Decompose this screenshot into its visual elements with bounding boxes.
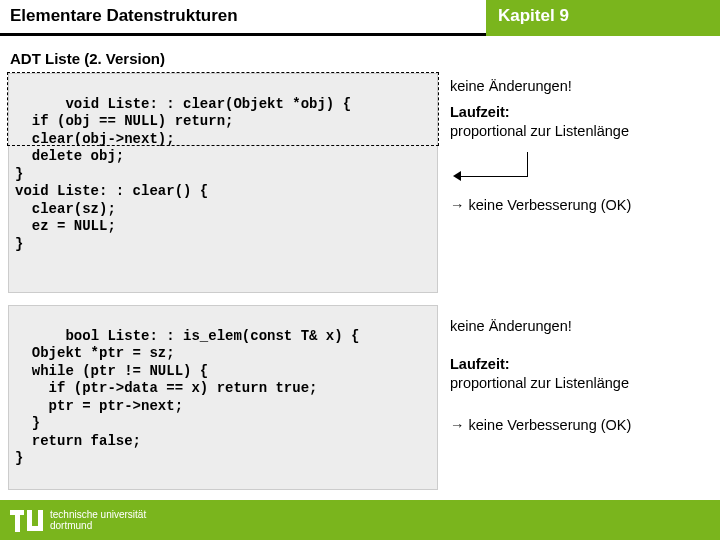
code-text: void Liste: : clear(Objekt *obj) { if (o… [15, 96, 351, 252]
subtitle: ADT Liste (2. Version) [10, 50, 712, 67]
tu-logo: technische universität dortmund [10, 506, 146, 534]
runtime-label: Laufzeit: [450, 104, 510, 120]
runtime-note: Laufzeit: proportional zur Listenlänge [450, 103, 712, 142]
code-block-iselem: bool Liste: : is_elem(const T& x) { Obje… [8, 305, 438, 490]
no-change-note: keine Änderungen! [450, 317, 712, 337]
no-change-note: keine Änderungen! [450, 77, 712, 97]
slide-footer: technische universität dortmund [0, 500, 720, 540]
uni-line2: dortmund [50, 520, 146, 531]
tu-logo-icon [10, 506, 44, 534]
annotation-1: keine Änderungen! Laufzeit: proportional… [450, 73, 712, 293]
runtime-text: proportional zur Listenlänge [450, 123, 629, 139]
runtime-note: Laufzeit: proportional zur Listenlänge [450, 355, 712, 394]
runtime-label: Laufzeit: [450, 356, 510, 372]
code-text: bool Liste: : is_elem(const T& x) { Obje… [15, 328, 359, 467]
tu-logo-text: technische universität dortmund [50, 509, 146, 531]
block-2: bool Liste: : is_elem(const T& x) { Obje… [8, 305, 712, 490]
runtime-text: proportional zur Listenlänge [450, 375, 629, 391]
conclusion: → keine Verbesserung (OK) [450, 196, 712, 216]
slide-content: ADT Liste (2. Version) void Liste: : cle… [0, 36, 720, 490]
header-chapter: Kapitel 9 [486, 0, 720, 36]
code-block-clear: void Liste: : clear(Objekt *obj) { if (o… [8, 73, 438, 293]
slide-header: Elementare Datenstrukturen Kapitel 9 [0, 0, 720, 36]
annotation-2: keine Änderungen! Laufzeit: proportional… [450, 305, 712, 490]
conclusion: → keine Verbesserung (OK) [450, 416, 712, 436]
arrow-icon [450, 148, 712, 188]
block-1: void Liste: : clear(Objekt *obj) { if (o… [8, 73, 712, 293]
uni-line1: technische universität [50, 509, 146, 520]
header-title: Elementare Datenstrukturen [0, 0, 486, 36]
